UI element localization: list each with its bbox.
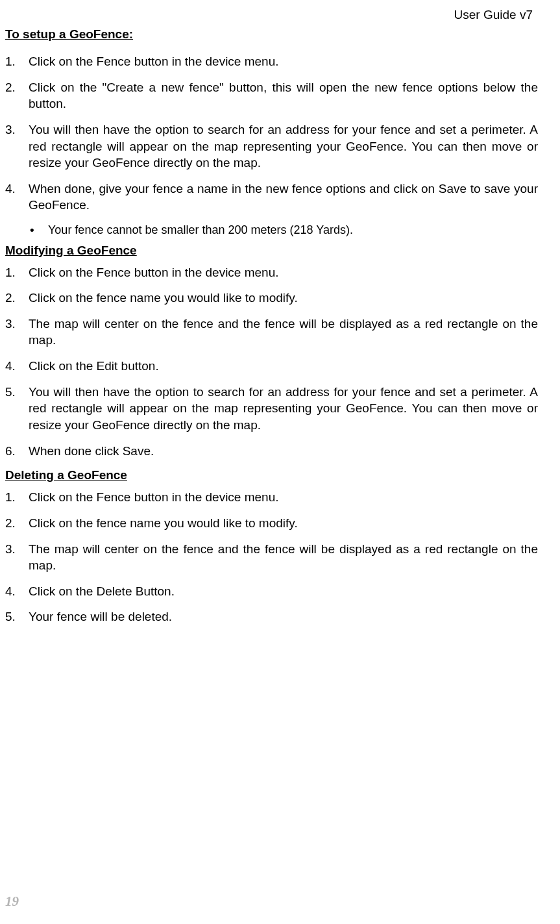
modify-list: Click on the Fence button in the device … bbox=[5, 264, 538, 460]
section-heading-setup: To setup a GeoFence: bbox=[5, 27, 538, 42]
bullet-item: Your fence cannot be smaller than 200 me… bbox=[5, 223, 538, 238]
list-item: You will then have the option to search … bbox=[5, 121, 538, 171]
list-item: You will then have the option to search … bbox=[5, 384, 538, 434]
list-item: Click on the Delete Button. bbox=[5, 583, 538, 600]
delete-list: Click on the Fence button in the device … bbox=[5, 489, 538, 625]
list-item: When done, give your fence a name in the… bbox=[5, 181, 538, 214]
list-item: When done click Save. bbox=[5, 443, 538, 460]
list-item: Click on the Fence button in the device … bbox=[5, 489, 538, 506]
list-item: The map will center on the fence and the… bbox=[5, 316, 538, 349]
section-heading-delete: Deleting a GeoFence bbox=[5, 468, 538, 482]
header-title: User Guide v7 bbox=[454, 8, 533, 21]
setup-list: Click on the Fence button in the device … bbox=[5, 53, 538, 214]
list-item: Click on the Edit button. bbox=[5, 358, 538, 375]
list-item: Click on the Fence button in the device … bbox=[5, 264, 538, 281]
list-item: Click on the Fence button in the device … bbox=[5, 53, 538, 70]
list-item: Click on the fence name you would like t… bbox=[5, 515, 538, 532]
list-item: Your fence will be deleted. bbox=[5, 608, 538, 625]
list-item: The map will center on the fence and the… bbox=[5, 541, 538, 574]
setup-bullet-list: Your fence cannot be smaller than 200 me… bbox=[5, 223, 538, 238]
list-item: Click on the fence name you would like t… bbox=[5, 290, 538, 306]
page-number: 19 bbox=[5, 893, 19, 910]
list-item: Click on the "Create a new fence" button… bbox=[5, 79, 538, 112]
document-header: User Guide v7 bbox=[5, 8, 538, 22]
section-heading-modify: Modifying a GeoFence bbox=[5, 243, 538, 258]
